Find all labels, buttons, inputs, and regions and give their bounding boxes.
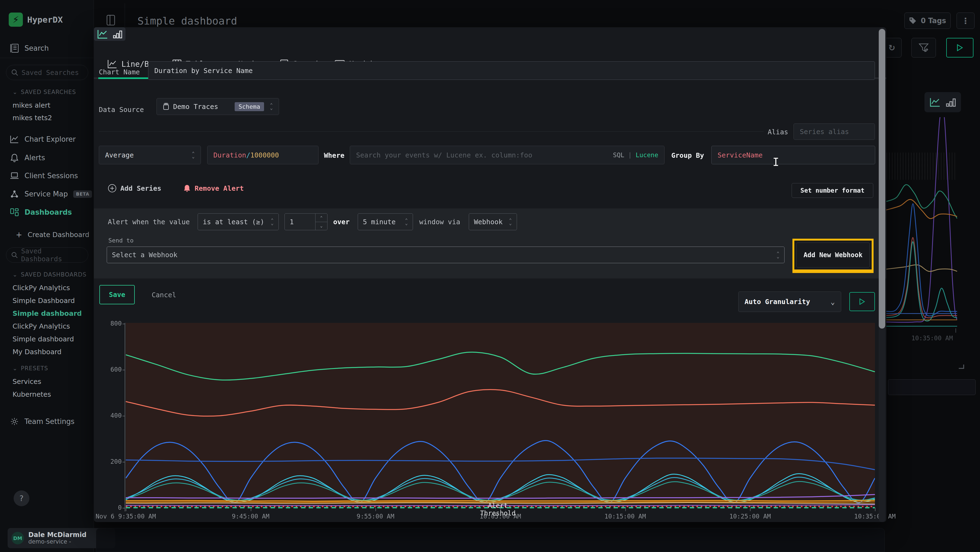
saved-dashboard-item-active[interactable]: Simple dashboard: [13, 310, 82, 317]
background-axis-tick: [956, 328, 956, 333]
select-chevrons-icon: ⌃⌄: [270, 104, 273, 110]
alert-channel-select[interactable]: Webhook ⌃⌄: [469, 213, 517, 230]
alert-threshold-input[interactable]: 1 ⌃⌄: [285, 213, 328, 230]
sidebar-item-label: Search: [24, 44, 49, 52]
alert-prefix-label: Alert when the value: [108, 218, 190, 226]
preset-item[interactable]: Services: [13, 378, 41, 386]
aggregation-select[interactable]: Average ⌃⌄: [99, 146, 201, 164]
saved-dashboard-item[interactable]: Simple dashboard: [13, 335, 74, 343]
x-tick: [750, 508, 751, 511]
saved-dashboard-item[interactable]: My Dashboard: [13, 348, 62, 356]
filter-edit-icon: [918, 42, 929, 53]
run-query-button[interactable]: [946, 38, 974, 57]
select-chevrons-icon: ⌃⌄: [776, 252, 780, 258]
background-input-bar[interactable]: [888, 379, 976, 395]
help-button[interactable]: ?: [14, 490, 29, 506]
sidebar-item-team-settings[interactable]: Team Settings: [10, 417, 75, 426]
save-button[interactable]: Save: [99, 285, 135, 304]
number-spinner[interactable]: ⌃⌄: [315, 214, 327, 230]
where-search-input[interactable]: Search your events w/ Lucene ex. column:…: [350, 146, 665, 164]
hyperdx-logo-icon: ⚡: [9, 13, 23, 27]
avatar: DM: [11, 532, 24, 544]
saved-dashboard-item[interactable]: Simple Dashboard: [13, 297, 75, 305]
laptop-icon: [10, 172, 19, 180]
alert-condition-select[interactable]: is at least (≥) ⌃⌄: [197, 213, 279, 230]
network-icon: [10, 190, 19, 198]
saved-dashboard-item[interactable]: ClickPy Analytics: [13, 284, 70, 292]
sidebar-item-dashboards[interactable]: Dashboards: [10, 208, 72, 216]
create-dashboard-button[interactable]: + Create Dashboard: [16, 230, 89, 239]
brand-logo[interactable]: ⚡ HyperDX: [9, 13, 63, 27]
group-by-input[interactable]: ServiceName: [711, 146, 875, 164]
dashboard-grid-icon: [10, 208, 19, 216]
chart-type-toggle[interactable]: [94, 27, 126, 41]
line-chart-icon: [107, 59, 117, 69]
saved-search-item[interactable]: mikes alert: [13, 101, 50, 109]
chevron-down-icon: ⌄: [13, 365, 18, 372]
plus-icon: +: [16, 230, 22, 239]
alert-window-select[interactable]: 5 minute ⌃⌄: [358, 213, 413, 230]
bar-chart-icon: [946, 97, 956, 107]
alias-input[interactable]: Series alias: [794, 123, 875, 140]
schema-badge: Schema: [235, 102, 264, 111]
granularity-select[interactable]: Auto Granularity ⌄: [738, 292, 841, 312]
x-tick-label: 9:55:00 AM: [356, 513, 394, 520]
window-via-label: window via: [419, 218, 460, 226]
select-chevrons-icon: ⌃⌄: [509, 219, 512, 225]
saved-dashboards-input[interactable]: Saved Dashboards: [6, 247, 88, 263]
y-tick-label: 400: [94, 412, 122, 419]
where-label: Where: [324, 152, 344, 160]
x-tick-label: 9:45:00 AM: [232, 513, 269, 520]
y-tick: [123, 508, 125, 508]
y-tick: [123, 462, 125, 463]
set-number-format-button[interactable]: Set number format: [792, 183, 873, 198]
preset-item[interactable]: Kubernetes: [13, 391, 51, 398]
y-tick-label: 600: [94, 366, 122, 373]
data-source-label: Data Source: [99, 106, 144, 113]
saved-dashboards-placeholder: Saved Dashboards: [21, 247, 83, 263]
line-chart-icon: [930, 97, 940, 107]
saved-search-item[interactable]: mikes tets2: [13, 114, 52, 122]
beta-badge: BETA: [73, 190, 92, 198]
resize-handle-icon[interactable]: [958, 364, 964, 369]
select-chevrons-icon: ⌃⌄: [192, 152, 195, 158]
background-chart-type-toggle[interactable]: [924, 92, 961, 112]
saved-dashboard-item[interactable]: ClickPy Analytics: [13, 322, 70, 330]
sidebar-item-alerts[interactable]: Alerts: [10, 153, 45, 162]
webhook-select[interactable]: Select a Webhook ⌃⌄: [107, 247, 784, 263]
line-chart-icon: [97, 29, 108, 39]
play-icon: [956, 44, 963, 51]
saved-searches-section-header[interactable]: ⌄ SAVED SEARCHES: [13, 89, 76, 95]
kebab-menu-button[interactable]: ⋮: [956, 13, 975, 29]
y-tick-label: 200: [94, 458, 122, 465]
search-icon: [11, 69, 18, 76]
send-to-label: Send to: [108, 237, 134, 244]
run-chart-button[interactable]: [850, 292, 875, 311]
saved-dashboards-section-header[interactable]: ⌄ SAVED DASHBOARDS: [13, 271, 93, 278]
chart-name-label: Chart Name: [99, 68, 140, 76]
sql-lucene-toggle[interactable]: SQL | Lucene: [613, 152, 658, 159]
chart-name-input[interactable]: Duration by Service Name: [148, 61, 875, 80]
remove-alert-button[interactable]: Remove Alert: [183, 184, 244, 193]
scrollbar-thumb[interactable]: [879, 29, 885, 329]
brand-name: HyperDX: [27, 15, 63, 24]
sidebar-item-chart-explorer[interactable]: Chart Explorer: [10, 135, 76, 143]
tags-button[interactable]: 0 Tags: [904, 13, 951, 29]
data-source-select[interactable]: Demo Traces Schema ⌃⌄: [156, 98, 279, 115]
app-root: ⚡ HyperDX Search Saved Searches ⌄ SAVED …: [0, 0, 980, 552]
add-series-button[interactable]: Add Series: [108, 184, 161, 193]
presets-section-header[interactable]: ⌄ PRESETS: [13, 365, 48, 372]
x-tick-label: 10:35:00 AM: [854, 513, 896, 520]
add-new-webhook-button[interactable]: Add New Webhook: [796, 242, 870, 268]
user-name: Dale McDiarmid: [28, 531, 87, 538]
sidebar-item-search[interactable]: Search: [10, 44, 49, 53]
sidebar-item-service-map[interactable]: Service Map BETA: [10, 190, 92, 198]
select-chevrons-icon: ⌃⌄: [405, 219, 408, 225]
filter-button[interactable]: [912, 38, 936, 57]
sidebar-item-client-sessions[interactable]: Client Sessions: [10, 172, 78, 180]
cancel-button[interactable]: Cancel: [152, 291, 176, 299]
sidebar-collapse-icon[interactable]: [105, 13, 117, 27]
tag-icon: [909, 17, 917, 25]
field-expression-input[interactable]: Duration/1000000: [207, 146, 318, 164]
saved-searches-input[interactable]: Saved Searches: [6, 65, 88, 80]
